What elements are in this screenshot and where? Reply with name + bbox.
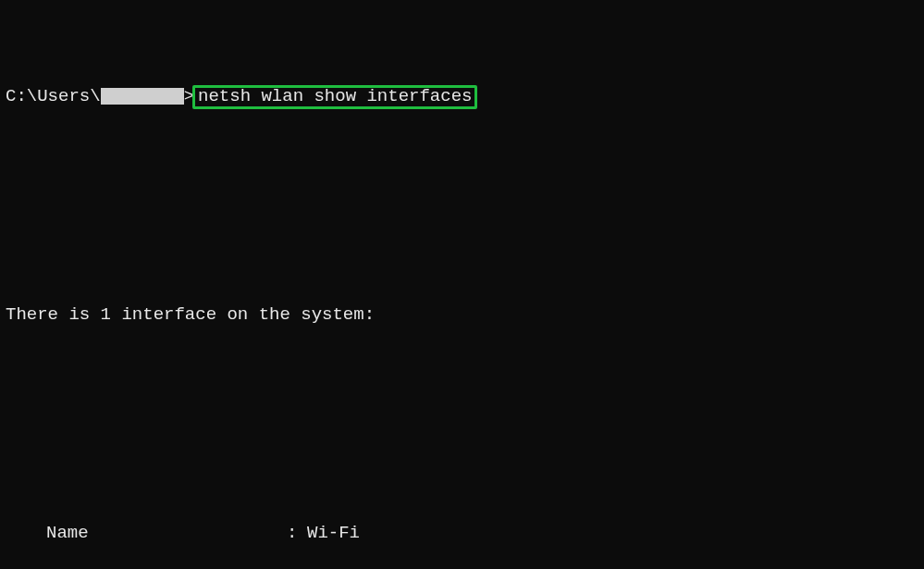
prompt-line: C:\Users\>netsh wlan show interfaces <box>6 83 918 111</box>
command-text: netsh wlan show interfaces <box>198 83 472 110</box>
label-name: Name <box>46 520 287 547</box>
value-name: Wi-Fi <box>307 520 360 547</box>
blank-line <box>6 192 918 220</box>
terminal-output[interactable]: C:\Users\>netsh wlan show interfaces The… <box>0 0 924 569</box>
command-highlight: netsh wlan show interfaces <box>192 85 477 109</box>
header-text: There is 1 interface on the system: <box>6 302 375 328</box>
field-name: Name:Wi-Fi <box>6 520 918 548</box>
prompt-path: C:\Users\ <box>6 83 101 110</box>
redacted-username <box>101 88 184 105</box>
header-line: There is 1 interface on the system: <box>6 302 918 329</box>
blank-line <box>6 411 918 439</box>
